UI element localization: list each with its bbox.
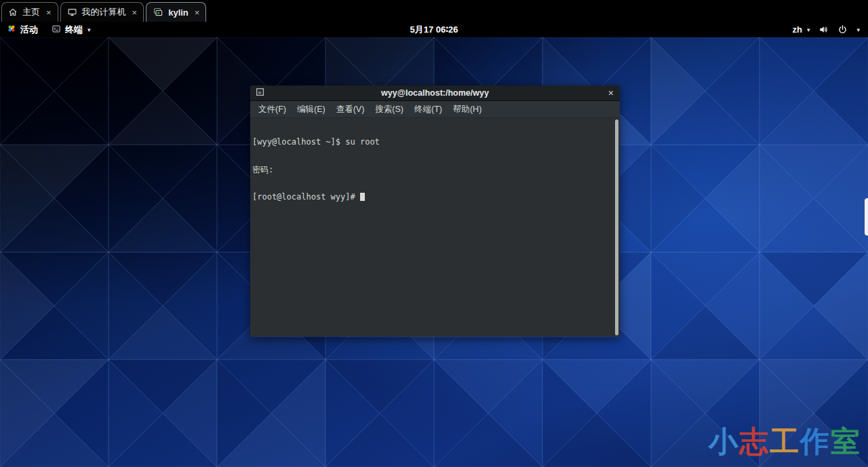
terminal-line: [root@localhost wyy]# — [252, 193, 610, 202]
tab-kylin[interactable]: kylin × — [146, 2, 206, 22]
menu-edit[interactable]: 编辑(E) — [292, 104, 331, 115]
language-label: zh — [792, 24, 802, 35]
terminal-prompt: [root@localhost wyy]# — [252, 192, 360, 202]
watermark-char: 工 — [770, 422, 799, 462]
monitor-icon — [67, 7, 77, 17]
terminal-output-area[interactable]: [wyy@localhost ~]$ su root 密码: [root@loc… — [250, 118, 620, 337]
terminal-window-icon — [256, 87, 264, 99]
system-menu[interactable]: ▾ — [818, 24, 860, 35]
tab-label: 主页 — [22, 6, 40, 18]
menu-terminal[interactable]: 终端(T) — [409, 104, 448, 115]
menu-view[interactable]: 查看(V) — [331, 104, 370, 115]
terminal-scrollbar[interactable] — [615, 119, 618, 335]
volume-icon — [818, 24, 829, 35]
watermark-char: 作 — [800, 422, 829, 462]
gnome-top-bar: 活动 终端 ▾ 5月17 06∶26 zh ▾ — [0, 22, 868, 37]
tab-label: kylin — [168, 7, 189, 18]
chevron-down-icon: ▾ — [807, 26, 810, 33]
watermark-char: 小 — [709, 422, 738, 462]
terminal-window: wyy@localhost:/home/wyy × 文件(F) 编辑(E) 查看… — [250, 86, 620, 337]
screen-edge-handle[interactable] — [865, 198, 868, 236]
close-icon[interactable]: × — [195, 7, 200, 18]
clock[interactable]: 5月17 06∶26 — [0, 24, 868, 36]
close-icon[interactable]: × — [132, 7, 138, 18]
terminal-line: 密码: — [252, 166, 610, 175]
menu-file[interactable]: 文件(F) — [253, 104, 292, 115]
close-icon[interactable]: × — [46, 7, 52, 18]
tab-my-computer[interactable]: 我的计算机 × — [60, 2, 144, 22]
chevron-down-icon: ▾ — [856, 26, 860, 33]
watermark: 小 志 工 作 室 — [709, 422, 860, 462]
home-icon — [8, 7, 18, 17]
watermark-char: 志 — [739, 422, 768, 462]
tab-bar: 主页 × 我的计算机 × kylin × — [0, 0, 868, 22]
window-title: wyy@localhost:/home/wyy — [250, 88, 620, 98]
terminal-menubar: 文件(F) 编辑(E) 查看(V) 搜索(S) 终端(T) 帮助(H) — [250, 101, 620, 118]
menu-help[interactable]: 帮助(H) — [448, 104, 487, 115]
close-icon[interactable]: × — [608, 88, 614, 98]
menu-search[interactable]: 搜索(S) — [370, 104, 409, 115]
vm-display-icon — [153, 7, 163, 18]
terminal-cursor — [360, 193, 365, 201]
language-indicator[interactable]: zh ▾ — [792, 24, 810, 35]
terminal-titlebar[interactable]: wyy@localhost:/home/wyy × — [250, 86, 620, 101]
terminal-line: [wyy@localhost ~]$ su root — [252, 138, 610, 147]
watermark-char: 室 — [831, 422, 860, 462]
tab-label: 我的计算机 — [82, 6, 126, 18]
tab-home[interactable]: 主页 × — [1, 2, 58, 22]
power-icon — [837, 24, 848, 35]
